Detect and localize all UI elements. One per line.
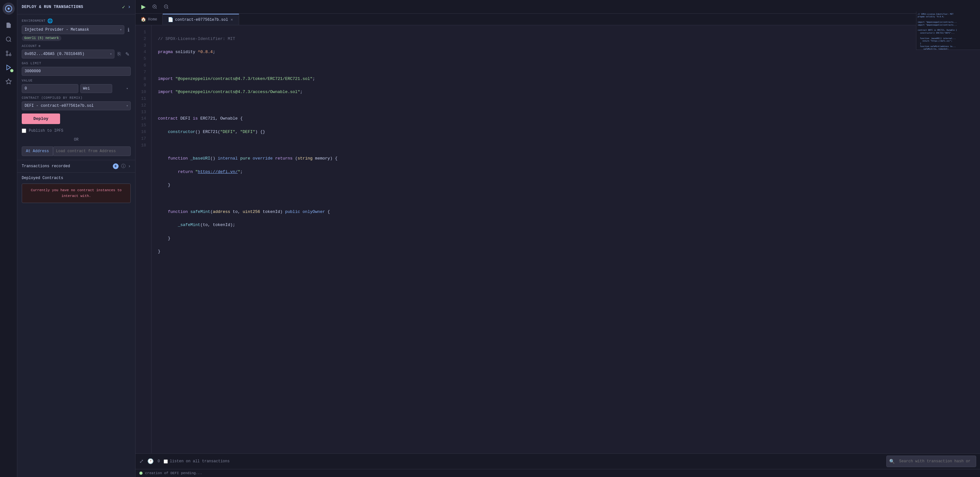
line-numbers: 12345 678910 1112131415 161718: [135, 25, 151, 453]
tx-count-badge: 0: [113, 163, 119, 169]
edit-account-btn[interactable]: ✎: [124, 50, 131, 59]
svg-marker-7: [7, 65, 11, 70]
code-editor: 12345 678910 1112131415 161718 // SPDX-L…: [135, 25, 980, 453]
panel-header-icons: ✓ ›: [122, 4, 131, 10]
tx-zero: 0: [158, 459, 160, 464]
home-tab-icon: 🏠: [141, 17, 146, 22]
expand-icon[interactable]: ⤢: [139, 458, 143, 464]
publish-ipfs-checkbox[interactable]: [22, 129, 26, 133]
svg-point-4: [6, 51, 8, 53]
environment-field: ENVIRONMENT 🌐 Injected Provider - Metama…: [22, 18, 131, 41]
env-row: Injected Provider - Metamask ▾ ℹ: [22, 25, 131, 34]
gas-label: GAS LIMIT: [22, 62, 131, 65]
sidebar-item-search[interactable]: [3, 33, 15, 45]
zoom-out-button[interactable]: [162, 3, 171, 11]
icon-bar: [0, 0, 17, 477]
copy-account-btn[interactable]: ⎘: [116, 50, 122, 58]
account-select[interactable]: 0x052...4D8A5 (0.70310485): [22, 49, 115, 59]
svg-line-2: [10, 41, 11, 42]
console-log: creation of DEFI pending...: [135, 469, 980, 477]
at-address-button[interactable]: At Address: [22, 146, 53, 156]
gas-limit-field: GAS LIMIT: [22, 62, 131, 76]
app-logo: [3, 3, 15, 15]
transactions-title: Transactions recorded: [22, 164, 110, 169]
listen-checkbox-row: listen on all transactions: [164, 459, 229, 464]
check-icon: ✓: [122, 4, 125, 10]
deploy-btn-row: Deploy: [22, 113, 131, 124]
unit-chevron-icon: ▾: [126, 87, 128, 91]
sidebar-item-git[interactable]: [3, 47, 15, 59]
network-badge: Goerli (5) network: [22, 35, 61, 41]
environment-select[interactable]: Injected Provider - Metamask: [22, 25, 124, 34]
tab-bar: 🏠 Home 📄 contract-e077561e7b.sol ✕: [135, 14, 980, 25]
or-divider: OR: [22, 137, 131, 142]
svg-point-1: [6, 37, 10, 41]
tab-home[interactable]: 🏠 Home: [135, 14, 163, 25]
tab-contract[interactable]: 📄 contract-e077561e7b.sol ✕: [163, 14, 239, 25]
sidebar-item-files[interactable]: [3, 19, 15, 31]
value-input[interactable]: [22, 84, 78, 93]
contract-label: CONTRACT (Compiled By Remix): [22, 96, 131, 100]
search-box: 🔍: [886, 456, 976, 467]
svg-line-13: [167, 8, 168, 9]
panel-body: ENVIRONMENT 🌐 Injected Provider - Metama…: [17, 14, 135, 160]
deploy-panel: DEPLOY & RUN TRANSACTIONS ✓ › ENVIRONMEN…: [17, 0, 135, 477]
mini-code-preview: // SPDX-License-Identifier: MIT pragma s…: [916, 11, 980, 50]
transactions-header[interactable]: Transactions recorded 0 ⓘ ›: [22, 163, 131, 169]
svg-point-5: [6, 54, 8, 56]
editor-area: ▶ 🏠 Home 📄 contract-e077561e7b.sol ✕: [135, 0, 980, 477]
env-select-wrap: Injected Provider - Metamask ▾: [22, 25, 124, 34]
load-contract-input[interactable]: [53, 146, 131, 156]
account-row: 0x052...4D8A5 (0.70310485) ▾ ⎘ ✎: [22, 49, 131, 59]
contract-tab-label: contract-e077561e7b.sol: [175, 17, 228, 22]
search-icon: 🔍: [889, 459, 895, 464]
deploy-button[interactable]: Deploy: [22, 113, 60, 124]
run-button[interactable]: ▶: [139, 2, 148, 11]
contract-select[interactable]: DEFI - contract-e077561e7b.sol: [22, 101, 131, 110]
tx-info-icon[interactable]: ⓘ: [121, 163, 126, 169]
env-icon: 🌐: [47, 18, 53, 24]
account-field: ACCOUNT ⊕ 0x052...4D8A5 (0.70310485) ▾ ⎘…: [22, 44, 131, 59]
chevron-right-icon[interactable]: ›: [127, 4, 131, 10]
pending-line: creation of DEFI pending...: [139, 471, 976, 475]
bottom-toolbar: ⤢ 🕐 0 listen on all transactions 🔍: [135, 454, 980, 469]
no-contract-message: Currently you have no contract instances…: [22, 183, 131, 203]
sidebar-item-plugins[interactable]: [3, 75, 15, 87]
console-message: creation of DEFI pending...: [145, 471, 202, 475]
deployed-contracts-section: Deployed Contracts Currently you have no…: [17, 172, 135, 206]
unit-select-wrap: WeiGweiFinneyEther ▾: [80, 84, 131, 93]
close-contract-tab[interactable]: ✕: [230, 17, 233, 22]
listen-checkbox[interactable]: [164, 460, 168, 464]
account-select-wrap: 0x052...4D8A5 (0.70310485) ▾: [22, 49, 115, 59]
status-dot: [139, 472, 143, 475]
deployed-contracts-title: Deployed Contracts: [22, 176, 131, 180]
contract-field: CONTRACT (Compiled By Remix) DEFI - cont…: [22, 96, 131, 110]
value-field: VALUE WeiGweiFinneyEther ▾: [22, 79, 131, 93]
zoom-in-button[interactable]: [150, 3, 159, 11]
env-info-btn[interactable]: ℹ: [126, 25, 131, 34]
sidebar-item-deploy[interactable]: [3, 61, 15, 73]
value-unit-select[interactable]: WeiGweiFinneyEther: [80, 84, 112, 93]
listen-label: listen on all transactions: [170, 459, 229, 464]
account-label: ACCOUNT ⊕: [22, 44, 131, 48]
value-row: WeiGweiFinneyEther ▾: [22, 84, 131, 93]
contract-select-wrap: DEFI - contract-e077561e7b.sol ▾: [22, 101, 131, 110]
mini-preview-content: // SPDX-License-Identifier: MIT pragma s…: [916, 11, 980, 50]
deploy-active-badge: [10, 69, 13, 72]
add-account-icon[interactable]: ⊕: [39, 44, 41, 48]
publish-ipfs-row: Publish to IPFS: [22, 129, 131, 133]
panel-title: DEPLOY & RUN TRANSACTIONS: [22, 5, 83, 10]
clock-icon[interactable]: 🕐: [147, 458, 154, 464]
contract-tab-icon: 📄: [168, 17, 173, 22]
tx-chevron-icon[interactable]: ›: [128, 164, 131, 169]
code-content[interactable]: // SPDX-License-Identifier: MIT pragma s…: [151, 25, 980, 453]
search-input[interactable]: [897, 457, 973, 466]
editor-toolbar: ▶: [135, 0, 980, 14]
transactions-section: Transactions recorded 0 ⓘ ›: [17, 160, 135, 172]
value-label: VALUE: [22, 79, 131, 83]
env-label: ENVIRONMENT 🌐: [22, 18, 131, 24]
deploy-panel-header: DEPLOY & RUN TRANSACTIONS ✓ ›: [17, 0, 135, 14]
gas-limit-input[interactable]: [22, 67, 131, 76]
publish-ipfs-label: Publish to IPFS: [29, 129, 63, 133]
home-tab-label: Home: [148, 17, 157, 22]
